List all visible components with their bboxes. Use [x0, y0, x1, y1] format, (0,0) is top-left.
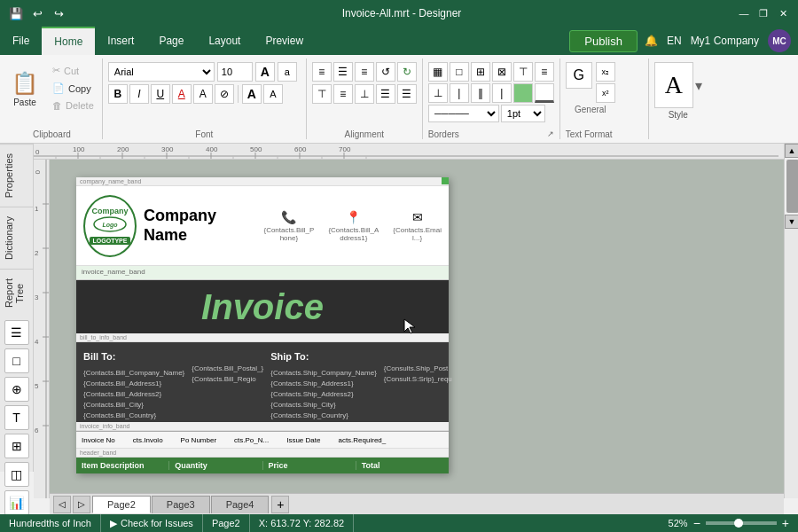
font-dec-button[interactable]: A	[263, 84, 283, 104]
zoom-slider[interactable]	[706, 521, 777, 525]
border-inner-button[interactable]: ⊞	[471, 62, 490, 82]
col-price: Price	[263, 461, 356, 470]
border-bottom-button[interactable]: ⊥	[428, 83, 448, 103]
underline-button[interactable]: U	[151, 84, 170, 104]
border-width-select[interactable]: 1pt	[501, 105, 545, 122]
border-color-button[interactable]	[535, 83, 554, 103]
scroll-up-button[interactable]: ▲	[785, 144, 798, 158]
border-mid-button[interactable]: ≡	[535, 62, 554, 82]
tab-prev-button[interactable]: ◁	[53, 496, 71, 513]
italic-button[interactable]: I	[129, 84, 149, 104]
font-family-select[interactable]: Arial	[108, 62, 215, 82]
rotate-right-button[interactable]: ↻	[397, 62, 417, 82]
avatar[interactable]: MC	[768, 29, 791, 52]
clear-format-button[interactable]: ⊘	[215, 84, 234, 104]
border-all-button[interactable]: ▦	[428, 62, 448, 82]
style-preview-button[interactable]: A	[654, 62, 693, 108]
sidebar-tool-5[interactable]: ⊞	[4, 434, 29, 458]
general-button[interactable]: G	[566, 62, 592, 89]
scroll-thumb[interactable]	[786, 160, 798, 213]
align-center-button[interactable]: ☰	[333, 62, 353, 82]
sidebar-tool-7[interactable]: 📊	[4, 490, 29, 515]
menu-preview[interactable]: Preview	[253, 27, 316, 55]
language-selector[interactable]: EN	[667, 35, 682, 47]
sidebar-tool-6[interactable]: ◫	[4, 462, 29, 487]
font-inc-button[interactable]: A	[242, 84, 262, 104]
save-button[interactable]: 💾	[7, 4, 25, 22]
border-outer-button[interactable]: □	[450, 62, 469, 82]
text-subscript-button[interactable]: x₂	[596, 62, 615, 82]
font-shrink-button[interactable]: a	[278, 62, 297, 82]
borders-expand-icon[interactable]: ↗	[547, 129, 554, 138]
sidebar-tool-2[interactable]: □	[4, 348, 29, 373]
ship-postal-field: {Consults.Ship_Post	[384, 364, 452, 374]
style-content: A ▾ Style	[654, 62, 715, 139]
menu-page[interactable]: Page	[146, 27, 196, 55]
publish-button[interactable]: Publish	[569, 30, 638, 52]
border-right-button[interactable]: |	[492, 83, 512, 103]
sidebar-tool-1[interactable]: ☰	[4, 320, 29, 345]
resize-handle[interactable]	[442, 177, 449, 184]
svg-text:300: 300	[161, 145, 174, 153]
bold-button[interactable]: B	[108, 84, 128, 104]
tab-page4[interactable]: Page4	[211, 496, 270, 513]
paste-button[interactable]: 📋 Paste	[5, 62, 44, 115]
align-justify-button[interactable]: ☰	[376, 84, 395, 104]
font-color-button[interactable]: A	[172, 84, 192, 104]
align-right-button[interactable]: ≡	[355, 62, 374, 82]
vertical-scrollbar[interactable]: ▲ ▼	[784, 144, 798, 498]
tab-page2[interactable]: Page2	[92, 496, 151, 513]
border-style-select[interactable]: ─────	[428, 105, 499, 122]
align-full-button[interactable]: ☰	[397, 84, 417, 104]
menu-file[interactable]: File	[0, 27, 42, 55]
align-top-button[interactable]: ⊤	[312, 84, 332, 104]
text-format-row1: G x₂ x²	[566, 62, 615, 103]
close-button[interactable]: ✕	[775, 5, 791, 21]
border-top-button[interactable]: ⊤	[513, 62, 533, 82]
sidebar-tool-3[interactable]: ⊕	[4, 377, 29, 402]
text-superscript-button[interactable]: x²	[596, 83, 615, 103]
canvas-area[interactable]: company_name_band Company Logo LOGOTYPE …	[50, 160, 784, 498]
vertical-ruler-svg: 0 1 2 3 4 5 6	[34, 160, 50, 498]
properties-tab[interactable]: Properties	[0, 144, 33, 207]
scroll-down-button[interactable]: ▼	[785, 215, 798, 229]
scroll-track[interactable]	[785, 158, 798, 215]
font-grow-button[interactable]: A	[255, 62, 275, 82]
align-middle-button[interactable]: ≡	[333, 84, 353, 104]
align-bottom-button[interactable]: ⊥	[355, 84, 374, 104]
menu-insert[interactable]: Insert	[95, 27, 146, 55]
zoom-out-button[interactable]: −	[693, 516, 700, 530]
restore-button[interactable]: ❐	[755, 5, 771, 21]
company-band: Company Logo LOGOTYPE Company Name 📞	[76, 186, 449, 266]
menu-home[interactable]: Home	[42, 27, 95, 55]
cut-icon: ✂	[52, 65, 60, 76]
minimize-button[interactable]: —	[736, 5, 752, 21]
dictionary-tab[interactable]: Dictionary	[0, 207, 33, 269]
rotate-left-button[interactable]: ↺	[376, 62, 395, 82]
font-highlight-button[interactable]: A	[193, 84, 213, 104]
ship-extra-col: {Consults.Ship_Post {Consult.S:Srip}_req…	[384, 349, 452, 415]
border-none-button[interactable]: ⊠	[492, 62, 512, 82]
redo-button[interactable]: ↪	[50, 4, 67, 22]
check-issues-section[interactable]: ▶ Check for Issues	[101, 514, 203, 532]
undo-button[interactable]: ↩	[28, 4, 46, 22]
font-size-input[interactable]	[217, 62, 253, 82]
tab-next-button[interactable]: ▷	[73, 496, 90, 513]
style-chevron-down-icon[interactable]: ▾	[695, 77, 702, 94]
border-left-button[interactable]: |	[450, 83, 469, 103]
report-tree-tab[interactable]: Report Tree	[0, 269, 33, 317]
zoom-in-button[interactable]: +	[782, 516, 789, 530]
fill-color-button[interactable]	[513, 83, 533, 103]
ribbon: 📋 Paste ✂ Cut 📄 Copy 🗑 Delete Clipboard	[0, 55, 798, 144]
delete-button[interactable]: 🗑 Delete	[48, 98, 98, 113]
add-page-button[interactable]: +	[271, 496, 289, 513]
tab-page3[interactable]: Page3	[152, 496, 210, 513]
menu-layout[interactable]: Layout	[196, 27, 253, 55]
copy-button[interactable]: 📄 Copy	[48, 80, 98, 97]
cut-button[interactable]: ✂ Cut	[48, 62, 98, 79]
align-left-button[interactable]: ≡	[312, 62, 332, 82]
notification-icon[interactable]: 🔔	[645, 35, 658, 47]
sidebar-tool-4[interactable]: T	[4, 405, 29, 430]
border-vert-button[interactable]: ‖	[471, 83, 490, 103]
invoice-name-band-label: invoice_name_band	[82, 268, 145, 276]
